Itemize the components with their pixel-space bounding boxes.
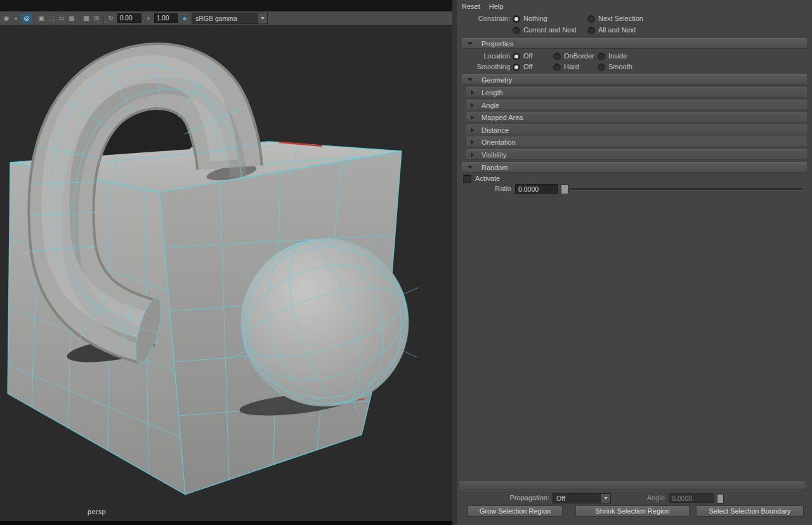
subsection-mapped-area[interactable]: Mapped Area xyxy=(466,112,807,123)
radio-next-selection[interactable]: Next Selection xyxy=(587,14,643,23)
ratio-row: Ratio xyxy=(457,184,812,194)
subsection-title: Mapped Area xyxy=(481,114,523,121)
viewport-toolbar: ◉ ◐ ◎ ▣ ⬚ ▭ ▦ ▩ ⊞ ↻ ◑ ● sRGB gamma xyxy=(0,11,452,25)
tumble-camera-icon[interactable]: ◉ xyxy=(1,13,11,23)
expand-arrow-icon xyxy=(471,115,474,120)
expand-arrow-icon xyxy=(471,103,474,108)
subsection-title: Orientation xyxy=(481,138,516,146)
radio-dot xyxy=(513,15,520,23)
viewport-canvas[interactable]: persp xyxy=(0,25,452,521)
pane-divider[interactable] xyxy=(452,0,457,525)
image-plane-icon[interactable]: ▣ xyxy=(36,13,46,23)
reset-view-icon[interactable]: ↻ xyxy=(106,13,116,23)
view-transform-dropdown[interactable]: sRGB gamma xyxy=(192,13,268,24)
field-chart-icon[interactable]: ⊞ xyxy=(91,13,102,23)
section-geometry[interactable]: Geometry xyxy=(462,74,807,85)
propagation-value: Off xyxy=(553,494,600,503)
expand-arrow-icon xyxy=(471,152,474,157)
section-properties[interactable]: Properties xyxy=(462,38,807,49)
radio-location-off[interactable]: Off xyxy=(513,51,532,61)
section-title: Geometry xyxy=(481,76,512,84)
radio-dot xyxy=(598,63,605,71)
angle-field[interactable] xyxy=(669,493,714,503)
radio-label: Nothing xyxy=(523,14,547,23)
radio-label: Inside xyxy=(608,51,627,61)
radio-dot xyxy=(553,63,561,71)
subsection-angle[interactable]: Angle xyxy=(466,100,807,110)
toolbar-separator xyxy=(79,14,79,23)
subsection-visibility[interactable]: Visibility xyxy=(466,149,807,160)
toolbar-separator xyxy=(103,14,104,23)
location-row: Location Off OnBorder Inside xyxy=(457,51,812,61)
toolbar-separator xyxy=(34,14,34,23)
constrain-row-2: Current and Next All and Next xyxy=(457,25,812,35)
selection-constraints-panel: Reset Help Constrain: Nothing Next Selec… xyxy=(457,0,812,525)
radio-dot xyxy=(598,53,605,60)
constrain-label: Constrain: xyxy=(457,14,510,23)
gate-mask-icon[interactable]: ▩ xyxy=(81,13,91,23)
exposure-field[interactable] xyxy=(117,13,141,23)
radio-dot xyxy=(553,53,561,60)
panel-menubar: Reset Help xyxy=(462,3,503,12)
radio-dot xyxy=(513,63,520,71)
propagation-arrow-icon[interactable] xyxy=(600,494,610,503)
subsection-title: Length xyxy=(481,89,503,96)
viewport-top-strip xyxy=(0,0,452,11)
exposure-contrast-icon[interactable]: ◑ xyxy=(143,13,153,23)
menu-reset[interactable]: Reset xyxy=(462,3,480,12)
film-gate-icon[interactable]: ▭ xyxy=(56,13,67,23)
radio-label: Off xyxy=(523,62,532,72)
activate-checkbox[interactable] xyxy=(463,175,471,183)
pan-zoom-icon[interactable]: ⬚ xyxy=(46,13,56,23)
radio-label: Smooth xyxy=(608,62,632,72)
ratio-field[interactable] xyxy=(515,184,558,194)
view-transform-arrow-icon[interactable] xyxy=(258,13,267,23)
radio-dot xyxy=(587,15,595,23)
expand-arrow-icon xyxy=(471,140,474,145)
propagation-dropdown[interactable]: Off xyxy=(553,493,611,503)
radio-label: Off xyxy=(523,51,532,61)
radio-label: OnBorder xyxy=(564,51,594,61)
propagation-label: Propagation: xyxy=(457,493,549,503)
subsection-length[interactable]: Length xyxy=(466,87,807,98)
expand-arrow-icon xyxy=(471,128,474,133)
radio-smoothing-off[interactable]: Off xyxy=(513,62,532,72)
smoothing-row: Smoothing Off Hard Smooth xyxy=(457,62,812,72)
radio-all-and-next[interactable]: All and Next xyxy=(587,25,636,35)
location-label: Location xyxy=(457,51,510,61)
collapse-arrow-icon xyxy=(468,166,473,169)
radio-label: Next Selection xyxy=(598,14,643,23)
gamma-field[interactable] xyxy=(154,13,178,23)
scene-3d[interactable] xyxy=(0,25,452,521)
radio-smoothing-hard[interactable]: Hard xyxy=(553,62,579,72)
viewport-pane: ◉ ◐ ◎ ▣ ⬚ ▭ ▦ ▩ ⊞ ↻ ◑ ● sRGB gamma xyxy=(0,0,452,525)
radio-dot xyxy=(513,53,520,60)
constrain-row-1: Constrain: Nothing Next Selection xyxy=(457,14,812,23)
radio-current-and-next[interactable]: Current and Next xyxy=(513,25,577,35)
subsection-title: Angle xyxy=(481,102,499,109)
camera-attributes-icon[interactable]: ◐ xyxy=(11,13,22,23)
menu-help[interactable]: Help xyxy=(489,3,504,12)
radio-label: Current and Next xyxy=(523,25,577,35)
subsection-title: Distance xyxy=(481,126,509,134)
radio-dot xyxy=(587,27,595,34)
color-management-icon[interactable]: ● xyxy=(180,13,190,23)
radio-location-onborder[interactable]: OnBorder xyxy=(553,51,594,61)
subsection-orientation[interactable]: Orientation xyxy=(466,136,807,147)
angle-slider-handle[interactable] xyxy=(717,494,724,503)
radio-nothing[interactable]: Nothing xyxy=(513,14,547,23)
radio-location-inside[interactable]: Inside xyxy=(598,51,627,61)
radio-smoothing-smooth[interactable]: Smooth xyxy=(598,62,632,72)
ratio-slider-handle[interactable] xyxy=(561,184,568,194)
section-random[interactable]: Random xyxy=(462,162,807,173)
collapse-arrow-icon xyxy=(468,78,473,81)
resolution-gate-icon[interactable]: ▦ xyxy=(67,13,77,23)
activate-label: Activate xyxy=(475,174,500,183)
shrink-selection-region-button[interactable]: Shrink Selection Region xyxy=(575,505,690,517)
select-selection-boundary-button[interactable]: Select Selection Boundary xyxy=(696,505,804,517)
section-title: Properties xyxy=(481,40,513,48)
grow-selection-region-button[interactable]: Grow Selection Region xyxy=(468,505,563,517)
camera-bookmarks-icon[interactable]: ◎ xyxy=(22,13,32,23)
subsection-distance[interactable]: Distance xyxy=(466,124,807,135)
ratio-slider-track[interactable] xyxy=(570,188,802,190)
